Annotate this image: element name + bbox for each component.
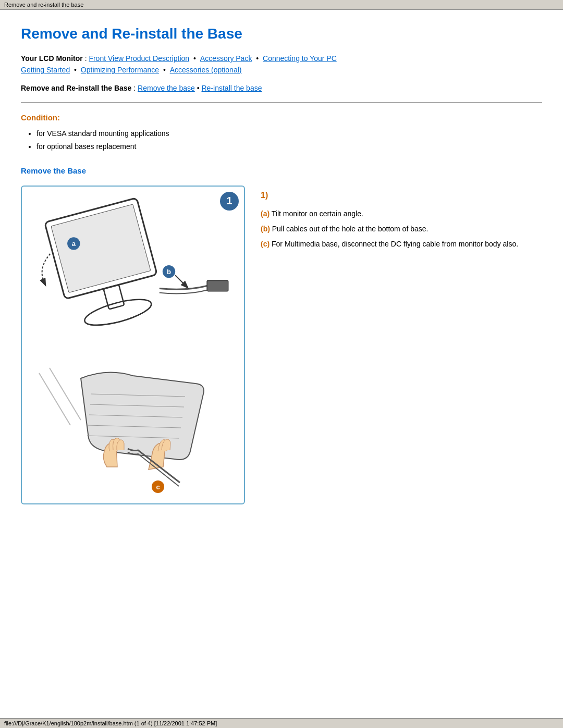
svg-line-11 [39,373,70,425]
nav-link-accessory-pack[interactable]: Accessory Pack [200,54,252,63]
subnav-bullet: • [197,84,202,92]
diagram-bottom: c [27,347,239,498]
substep-c-text: For Multimedia base, disconnect the DC f… [272,240,518,248]
substep-b: (b) Pull cables out of the hole at the b… [261,224,542,235]
substep-a: (a) Tilt monitor on certain angle. [261,208,542,219]
condition-list: for VESA standard mounting applications … [21,127,542,153]
remove-base-section-title: Remove the Base [21,166,542,175]
svg-line-12 [50,368,81,420]
condition-title: Condition: [21,113,542,122]
nav-link-connecting[interactable]: Connecting to Your PC [263,54,337,63]
condition-item-1: for VESA standard mounting applications [36,127,542,140]
step-1-label: 1) [261,191,542,200]
svg-text:b: b [167,268,171,276]
nav-link-accessories[interactable]: Accessories (optional) [170,66,242,74]
horizontal-rule [21,102,542,103]
substep-c-label: (c) [261,240,270,248]
sub-nav: Remove and Re-install the Base : Remove … [21,82,542,94]
instructions-area: 1) (a) Tilt monitor on certain angle. (b… [261,186,542,254]
diagram-top: a b [27,192,239,343]
substep-b-text: Pull cables out of the hole at the botto… [272,225,429,233]
status-bar-text: file:///D|/Grace/K1/english/180p2m/insta… [4,720,217,726]
svg-text:c: c [156,483,160,491]
main-content: Remove and Re-install the Base Your LCD … [0,10,563,536]
nav-links: Your LCD Monitor : Front View Product De… [21,53,542,76]
nav-bullet-2: • [256,54,261,63]
nav-link-getting-started[interactable]: Getting Started [21,66,70,74]
condition-section: Condition: for VESA standard mounting ap… [21,113,542,153]
diagram-box: 1 [21,186,245,504]
status-bar: file:///D|/Grace/K1/english/180p2m/insta… [0,718,563,728]
nav-bullet-1: • [193,54,198,63]
nav-link-optimizing[interactable]: Optimizing Performance [81,66,159,74]
browser-tab: Remove and re-install the base [0,0,563,10]
svg-text:a: a [72,240,76,248]
page-title: Remove and Re-install the Base [21,26,542,42]
subnav-link-remove[interactable]: Remove the base [138,84,195,92]
subnav-colon: : [133,84,138,92]
substep-b-label: (b) [261,225,270,233]
nav-link-front-view[interactable]: Front View Product Description [89,54,189,63]
content-area: 1 [21,186,542,504]
substep-a-label: (a) [261,209,270,218]
nav-bullet-4: • [163,66,168,74]
svg-rect-7 [207,280,228,291]
your-lcd-label: Your LCD Monitor [21,54,83,63]
substep-c: (c) For Multimedia base, disconnect the … [261,239,542,250]
subnav-label: Remove and Re-install the Base [21,84,131,92]
subnav-link-reinstall[interactable]: Re-install the base [202,84,262,92]
substep-a-text: Tilt monitor on certain angle. [272,209,363,218]
condition-item-2: for optional bases replacement [36,140,542,153]
nav-bullet-3: • [74,66,79,74]
tab-text: Remove and re-install the base [4,2,83,8]
